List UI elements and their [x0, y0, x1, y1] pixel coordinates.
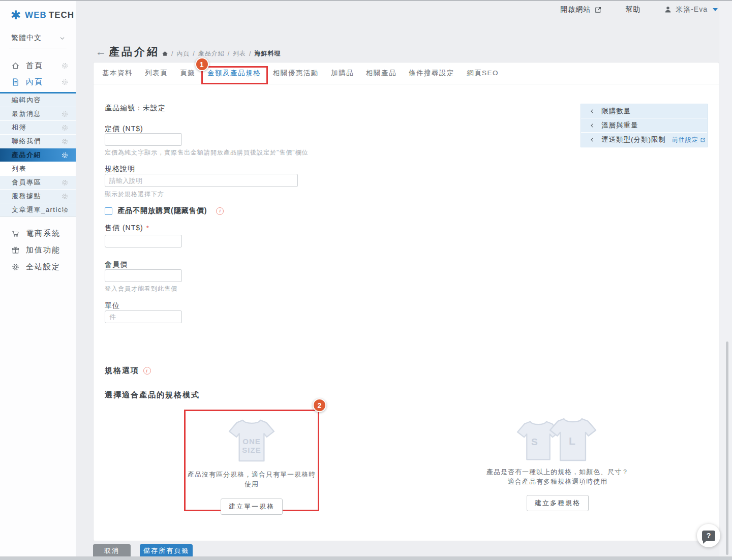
gift-icon [11, 246, 20, 255]
chevron-left-icon [589, 108, 595, 114]
spec-desc-input[interactable] [105, 174, 298, 187]
tab-related-products[interactable]: 相關產品 [360, 63, 403, 84]
multi-spec-desc: 產品是否有一種以上的規格，如顏色、尺寸？ 適合產品有多種規格選項時使用 [486, 468, 629, 487]
tab-price-and-specs[interactable]: 金額及產品規格 1 [201, 63, 267, 84]
help-fab-button[interactable]: ? [697, 524, 720, 547]
caret-down-icon [713, 8, 718, 11]
gear-icon[interactable] [61, 206, 69, 214]
sidebar-item-label: 全站設定 [26, 262, 60, 272]
panel-row-label: 限購數量 [601, 107, 631, 116]
help-button[interactable]: 幫助 [625, 5, 640, 14]
member-price-input[interactable] [105, 269, 182, 282]
spec-options-title: 規格選項 [105, 366, 139, 376]
sidebar-item-edit-content[interactable]: 編輯內容 [0, 94, 76, 107]
breadcrumb-sep: / [193, 50, 195, 57]
scrollbar-thumb[interactable] [726, 341, 728, 555]
go-to-settings-link[interactable]: 前往設定 [672, 136, 706, 144]
sub-item-label: 文章選單_article [12, 205, 69, 214]
spec-desc-label: 規格說明 [105, 165, 135, 174]
breadcrumb-item[interactable]: 列表 [233, 49, 246, 58]
info-icon[interactable]: i [216, 207, 224, 215]
gear-icon[interactable] [61, 179, 69, 186]
list-price-input[interactable] [105, 133, 182, 146]
go-to-settings-label: 前往設定 [672, 136, 698, 144]
single-spec-desc: 產品沒有區分規格，適合只有單一規格時使用 [186, 470, 318, 489]
tab-seo[interactable]: 網頁SEO [461, 63, 505, 84]
sub-item-label: 最新消息 [12, 109, 41, 118]
tab-bar: 基本資料 列表頁 頁籤 金額及產品規格 1 相關優惠活動 加購品 相關產品 條件… [94, 63, 719, 84]
app-root: 開啟網站 幫助 米洛-Eva ✱ WEBTECH 繁體中文 [0, 0, 732, 560]
sale-price-label: 售價 (NT$)* [105, 224, 149, 233]
breadcrumb-item[interactable]: 內頁 [176, 49, 190, 58]
breadcrumb: / 內頁 / 產品介紹 / 列表 / 海鮮料理 [162, 49, 281, 58]
create-multi-spec-button[interactable]: 建立多種規格 [527, 495, 589, 511]
sidebar-item-album[interactable]: 相簿 [0, 121, 76, 135]
list-price-label: 定價 (NT$) [105, 125, 143, 134]
user-icon [664, 6, 672, 14]
gear-icon[interactable] [61, 151, 69, 159]
spec-options-title-row: 規格選項 i [105, 366, 151, 376]
no-purchase-checkbox[interactable] [105, 207, 112, 215]
gear-icon[interactable] [61, 124, 69, 132]
panel-temperature-weight[interactable]: 溫層與重量 [581, 118, 707, 133]
sidebar-item-contact[interactable]: 聯絡我們 [0, 135, 76, 148]
tab-addon-items[interactable]: 加購品 [325, 63, 360, 84]
panel-row-label: 運送類型(分類)限制 [601, 135, 666, 144]
chevron-down-icon [59, 35, 66, 42]
info-icon[interactable]: i [143, 367, 151, 375]
sidebar-item-addons[interactable]: 加值功能 [0, 242, 76, 259]
sidebar-item-products[interactable]: 產品介紹 [0, 148, 76, 162]
sub-item-label: 會員專區 [12, 178, 41, 187]
panel-row-label: 溫層與重量 [601, 121, 638, 130]
tab-promotions[interactable]: 相關優惠活動 [267, 63, 325, 84]
sidebar-item-inner-pages[interactable]: 內頁 [0, 74, 76, 90]
annotation-badge-2: 2 [313, 398, 326, 412]
home-icon[interactable] [162, 50, 168, 57]
back-button[interactable]: ← [96, 46, 106, 58]
save-all-tabs-button[interactable]: 儲存所有頁籤 [140, 544, 193, 557]
gear-icon[interactable] [61, 62, 69, 70]
page-title: 產品介紹 [109, 45, 160, 59]
sidebar-item-members[interactable]: 會員專區 [0, 176, 76, 190]
sale-price-input[interactable] [105, 235, 182, 247]
sidebar-item-list[interactable]: 列表 [0, 162, 76, 176]
sidebar-item-ecommerce[interactable]: 電商系統 [0, 225, 76, 242]
logo[interactable]: ✱ WEBTECH [0, 0, 76, 20]
gear-icon [11, 263, 20, 271]
tab-search-settings[interactable]: 條件搜尋設定 [403, 63, 461, 84]
cancel-button[interactable]: 取消 [93, 544, 131, 557]
sub-item-label: 聯絡我們 [12, 137, 41, 146]
tab-basic-info[interactable]: 基本資料 [96, 63, 139, 84]
unit-input[interactable] [105, 310, 182, 323]
sidebar-item-home[interactable]: 首頁 [0, 57, 76, 74]
gear-icon[interactable] [61, 110, 69, 118]
create-single-spec-button[interactable]: 建立單一規格 [221, 499, 283, 515]
language-selector[interactable]: 繁體中文 [9, 34, 67, 48]
sub-item-label: 列表 [12, 164, 26, 173]
gear-icon[interactable] [61, 78, 69, 86]
sidebar-item-locations[interactable]: 服務據點 [0, 190, 76, 203]
gear-icon[interactable] [61, 193, 69, 200]
open-website-button[interactable]: 開啟網站 [560, 5, 602, 14]
sub-item-label: 服務據點 [12, 192, 41, 201]
spec-mode-subtitle: 選擇適合產品的規格模式 [105, 390, 200, 400]
unit-label: 單位 [105, 301, 120, 310]
sub-item-label: 相簿 [12, 123, 26, 132]
sidebar-item-news[interactable]: 最新消息 [0, 107, 76, 121]
gear-icon[interactable] [61, 138, 69, 145]
sidebar-item-label: 加值功能 [26, 245, 60, 255]
no-purchase-label[interactable]: 產品不開放購買(隱藏售價) [117, 206, 207, 215]
scrollbar-track[interactable] [719, 1, 732, 556]
user-menu[interactable]: 米洛-Eva [664, 5, 718, 14]
panel-purchase-limit[interactable]: 限購數量 [581, 104, 707, 118]
panel-shipping-type-limit[interactable]: 運送類型(分類)限制 前往設定 [581, 133, 707, 147]
sidebar-item-article-menu[interactable]: 文章選單_article [0, 203, 76, 217]
single-spec-option: 2 ONE SIZE 產品沒有區分規格，適合只有單一規格時使用 建立單一規格 [184, 410, 319, 511]
multi-spec-desc-line2: 適合產品有多種規格選項時使用 [486, 477, 629, 487]
home-icon [11, 61, 20, 70]
sidebar-item-site-settings[interactable]: 全站設定 [0, 259, 76, 275]
breadcrumb-item[interactable]: 產品介紹 [198, 49, 225, 58]
shirt-text-one: ONE [227, 438, 276, 446]
logo-asterisk-icon: ✱ [11, 10, 21, 20]
tab-list-page[interactable]: 列表頁 [139, 63, 174, 84]
